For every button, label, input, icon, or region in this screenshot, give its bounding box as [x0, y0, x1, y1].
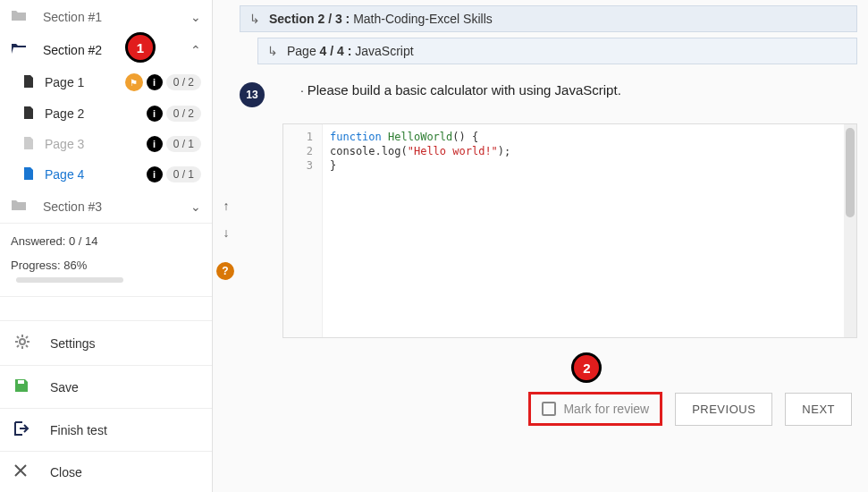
crumb-count: 2 / 3 : [317, 12, 350, 26]
file-icon [23, 167, 36, 182]
progress-label: Progress: 86% [11, 259, 87, 272]
exit-icon [14, 421, 32, 438]
scrollbar[interactable] [844, 124, 856, 337]
folder-icon [11, 9, 27, 24]
settings-button[interactable]: Settings [0, 320, 212, 365]
arrow-up-button[interactable]: ↑ [213, 192, 240, 219]
crumb-name: JavaScript [355, 44, 413, 58]
return-icon: ↳ [249, 12, 260, 26]
chevron-down-icon: ⌄ [190, 199, 201, 214]
code-editor[interactable]: 1 2 3 function HelloWorld() { console.lo… [282, 123, 857, 338]
sidebar-section-3[interactable]: Section #3 ⌄ [0, 190, 212, 223]
previous-button[interactable]: PREVIOUS [675, 393, 772, 426]
info-icon: i [147, 166, 163, 182]
mark-for-review-checkbox[interactable]: Mark for review [528, 392, 662, 426]
chevron-up-icon: ⌃ [190, 43, 201, 57]
sidebar-page-4[interactable]: Page 4 i 0 / 1 [0, 159, 212, 190]
svg-point-0 [20, 339, 25, 344]
file-icon [23, 137, 36, 152]
crumb-prefix: Section [269, 12, 315, 26]
nav-arrows: ↑ ↓ ? [213, 0, 240, 492]
sidebar-section-2[interactable]: Section #2 ⌃ [0, 33, 212, 66]
breadcrumb-page[interactable]: ↳ Page 4 / 4 : JavaScript [257, 38, 857, 64]
return-icon: ↳ [267, 44, 278, 58]
sidebar-actions: Settings Save Finish test Close [0, 320, 212, 492]
svg-rect-1 [18, 380, 24, 384]
question-number: 13 [240, 82, 265, 107]
line-gutter: 1 2 3 [283, 124, 323, 337]
file-icon [23, 75, 36, 90]
save-button[interactable]: Save [0, 365, 212, 408]
gear-icon [14, 334, 32, 352]
section-label: Section #3 [43, 199, 102, 214]
section-label: Section #1 [43, 10, 102, 24]
close-button[interactable]: Close [0, 451, 212, 492]
page-count: 0 / 2 [166, 106, 201, 122]
sidebar-metrics: Answered: 0 / 14 Progress: 86% [0, 223, 212, 297]
page-count: 0 / 1 [166, 136, 201, 152]
arrow-down-button[interactable]: ↓ [213, 219, 240, 246]
page-label: Page 3 [45, 137, 147, 151]
question-text: Please build a basic calculator with usi… [308, 82, 621, 98]
answered-label: Answered: 0 / 14 [11, 234, 201, 248]
page-count: 0 / 1 [166, 166, 201, 182]
action-label: Finish test [50, 423, 107, 437]
mark-label: Mark for review [563, 402, 649, 416]
close-icon [14, 464, 32, 479]
page-label: Page 1 [45, 75, 125, 89]
sidebar-page-3[interactable]: Page 3 i 0 / 1 [0, 129, 212, 159]
question-area: 13 · Please build a basic calculator wit… [240, 82, 857, 481]
crumb-count: 4 / 4 : [320, 44, 352, 58]
next-button[interactable]: NEXT [785, 393, 852, 426]
folder-icon [11, 199, 27, 214]
main-content: ↳ Section 2 / 3 : Math-Coding-Excel Skil… [240, 0, 868, 492]
page-label: Page 2 [45, 106, 147, 121]
page-count: 0 / 2 [166, 74, 201, 90]
sidebar-section-1[interactable]: Section #1 ⌄ [0, 0, 212, 33]
sidebar: 1 Section #1 ⌄ Section #2 ⌃ Page 1 ⚑ i 0… [0, 0, 213, 492]
info-icon: i [147, 106, 163, 122]
page-label: Page 4 [45, 167, 147, 182]
bullet: · [300, 83, 304, 98]
annotation-1: 1 [125, 32, 156, 63]
file-icon [23, 106, 36, 122]
sidebar-page-2[interactable]: Page 2 i 0 / 2 [0, 98, 212, 129]
annotation-2: 2 [571, 352, 602, 383]
action-label: Save [50, 380, 79, 394]
help-icon[interactable]: ? [216, 262, 234, 280]
scroll-thumb[interactable] [846, 128, 855, 217]
progress-bar [16, 277, 123, 283]
checkbox-icon[interactable] [542, 402, 556, 416]
info-icon: i [147, 74, 163, 90]
info-icon: i [147, 136, 163, 152]
breadcrumb-section[interactable]: ↳ Section 2 / 3 : Math-Coding-Excel Skil… [240, 5, 857, 32]
code-content[interactable]: function HelloWorld() { console.log("Hel… [323, 124, 844, 337]
action-label: Close [50, 465, 82, 479]
crumb-prefix: Page [287, 44, 316, 58]
chevron-down-icon: ⌄ [190, 10, 201, 24]
flag-icon: ⚑ [125, 73, 143, 91]
crumb-name: Math-Coding-Excel Skills [353, 12, 493, 26]
folder-open-icon [11, 42, 27, 57]
finish-button[interactable]: Finish test [0, 408, 212, 451]
save-icon [14, 378, 32, 395]
footer-controls: 2 Mark for review PREVIOUS NEXT [240, 392, 857, 426]
action-label: Settings [50, 336, 96, 351]
section-label: Section #2 [43, 43, 102, 57]
sidebar-page-1[interactable]: Page 1 ⚑ i 0 / 2 [0, 66, 212, 98]
